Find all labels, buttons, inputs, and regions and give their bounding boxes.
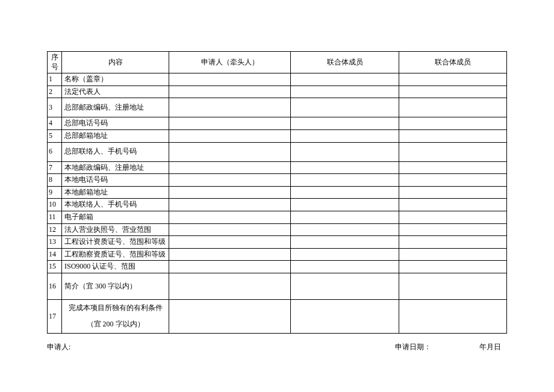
row-seq: 3 bbox=[48, 98, 62, 117]
header-content: 内容 bbox=[62, 52, 169, 73]
table-row: 11 电子邮箱 bbox=[48, 211, 507, 223]
row-applicant-cell bbox=[169, 261, 291, 273]
table-row: 10 本地联络人、手机号码 bbox=[48, 199, 507, 211]
table-row: 1 名称（盖章） bbox=[48, 73, 507, 86]
row-content: 工程勘察资质证号、范围和等级 bbox=[62, 248, 169, 261]
footer-date-label: 申请日期： bbox=[395, 342, 431, 352]
table-header-row: 序号 内容 申请人（牵头人） 联合体成员 联合体成员 bbox=[48, 52, 507, 73]
row-seq: 16 bbox=[48, 273, 62, 299]
row-content: 法人营业执照号、营业范围 bbox=[62, 223, 169, 236]
row-seq: 1 bbox=[48, 73, 62, 86]
footer-date-value: 年月日 bbox=[479, 342, 501, 352]
row-seq: 5 bbox=[48, 129, 62, 142]
table-row: 5 总部邮箱地址 bbox=[48, 129, 507, 142]
row-member1-cell bbox=[291, 117, 399, 130]
row-applicant-cell bbox=[169, 186, 291, 199]
row-member2-cell bbox=[399, 236, 507, 249]
row-member1-cell bbox=[291, 129, 399, 142]
table-row: 4 总部电话号码 bbox=[48, 117, 507, 130]
table-row: 7 本地邮政编码、注册地址 bbox=[48, 161, 507, 174]
row-applicant-cell bbox=[169, 248, 291, 261]
row-content: 总部邮政编码、注册地址 bbox=[62, 98, 169, 117]
row-applicant-cell bbox=[169, 223, 291, 236]
header-member2: 联合体成员 bbox=[399, 52, 507, 73]
row-content: 名称（盖章） bbox=[62, 73, 169, 86]
row-applicant-cell bbox=[169, 199, 291, 211]
row-member1-cell bbox=[291, 161, 399, 174]
footer: 申请人: 申请日期： 年月日 bbox=[47, 342, 507, 352]
row-applicant-cell bbox=[169, 129, 291, 142]
row-content-line1: 完成本项目所独有的有利条件 bbox=[64, 303, 166, 313]
row-member1-cell bbox=[291, 236, 399, 249]
row-member1-cell bbox=[291, 223, 399, 236]
footer-applicant-label: 申请人: bbox=[47, 342, 395, 352]
row-seq: 17 bbox=[48, 299, 62, 333]
row-member1-cell bbox=[291, 73, 399, 86]
row-applicant-cell bbox=[169, 142, 291, 161]
row-applicant-cell bbox=[169, 273, 291, 299]
row-member2-cell bbox=[399, 248, 507, 261]
table-row: 2 法定代表人 bbox=[48, 86, 507, 98]
row-seq: 4 bbox=[48, 117, 62, 130]
row-member1-cell bbox=[291, 186, 399, 199]
row-member1-cell bbox=[291, 199, 399, 211]
row-member2-cell bbox=[399, 273, 507, 299]
row-content-line2: （宜 200 字以内） bbox=[64, 320, 166, 329]
row-member2-cell bbox=[399, 117, 507, 130]
row-member2-cell bbox=[399, 86, 507, 98]
row-member2-cell bbox=[399, 261, 507, 273]
header-member1: 联合体成员 bbox=[291, 52, 399, 73]
row-member1-cell bbox=[291, 211, 399, 223]
row-seq: 14 bbox=[48, 248, 62, 261]
row-member1-cell bbox=[291, 142, 399, 161]
row-seq: 8 bbox=[48, 174, 62, 187]
row-content: 电子邮箱 bbox=[62, 211, 169, 223]
row-content: 本地联络人、手机号码 bbox=[62, 199, 169, 211]
row-member1-cell bbox=[291, 299, 399, 333]
row-applicant-cell bbox=[169, 299, 291, 333]
row-applicant-cell bbox=[169, 73, 291, 86]
row-seq: 10 bbox=[48, 199, 62, 211]
row-seq: 2 bbox=[48, 86, 62, 98]
row-content: ISO9000 认证号、范围 bbox=[62, 261, 169, 273]
table-row: 14 工程勘察资质证号、范围和等级 bbox=[48, 248, 507, 261]
table-row: 9 本地邮箱地址 bbox=[48, 186, 507, 199]
table-row: 16 简介（宜 300 字以内） bbox=[48, 273, 507, 299]
row-seq: 13 bbox=[48, 236, 62, 249]
table-row: 8 本地电话号码 bbox=[48, 174, 507, 187]
row-seq: 6 bbox=[48, 142, 62, 161]
row-content: 法定代表人 bbox=[62, 86, 169, 98]
table-row: 3 总部邮政编码、注册地址 bbox=[48, 98, 507, 117]
row-content: 完成本项目所独有的有利条件 （宜 200 字以内） bbox=[62, 299, 169, 333]
row-applicant-cell bbox=[169, 98, 291, 117]
row-member2-cell bbox=[399, 211, 507, 223]
row-member1-cell bbox=[291, 273, 399, 299]
row-seq: 15 bbox=[48, 261, 62, 273]
header-applicant: 申请人（牵头人） bbox=[169, 52, 291, 73]
row-member2-cell bbox=[399, 98, 507, 117]
row-seq: 7 bbox=[48, 161, 62, 174]
row-applicant-cell bbox=[169, 161, 291, 174]
row-seq: 12 bbox=[48, 223, 62, 236]
header-seq: 序号 bbox=[48, 52, 62, 73]
row-member2-cell bbox=[399, 186, 507, 199]
row-content: 本地邮箱地址 bbox=[62, 186, 169, 199]
row-applicant-cell bbox=[169, 117, 291, 130]
row-member2-cell bbox=[399, 299, 507, 333]
row-member2-cell bbox=[399, 174, 507, 187]
row-member1-cell bbox=[291, 248, 399, 261]
row-member1-cell bbox=[291, 98, 399, 117]
row-member1-cell bbox=[291, 86, 399, 98]
application-form-table: 序号 内容 申请人（牵头人） 联合体成员 联合体成员 1 名称（盖章） 2 法定… bbox=[47, 51, 507, 334]
row-content: 总部邮箱地址 bbox=[62, 129, 169, 142]
row-member1-cell bbox=[291, 174, 399, 187]
row-applicant-cell bbox=[169, 86, 291, 98]
row-content: 总部电话号码 bbox=[62, 117, 169, 130]
row-seq: 11 bbox=[48, 211, 62, 223]
row-member2-cell bbox=[399, 223, 507, 236]
row-content: 简介（宜 300 字以内） bbox=[62, 273, 169, 299]
row-content: 本地邮政编码、注册地址 bbox=[62, 161, 169, 174]
row-seq: 9 bbox=[48, 186, 62, 199]
row-applicant-cell bbox=[169, 236, 291, 249]
row-content: 本地电话号码 bbox=[62, 174, 169, 187]
